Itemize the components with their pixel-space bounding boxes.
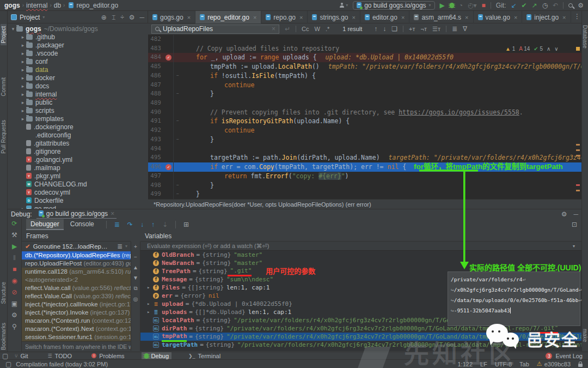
code-line[interactable]: 487continue bbox=[148, 81, 581, 90]
gutter[interactable] bbox=[161, 135, 173, 144]
stripe-item-bookmarks[interactable]: Bookmarks bbox=[1, 323, 7, 350]
next-occurrence-button[interactable]: ↓ bbox=[383, 26, 386, 32]
close-icon[interactable]: × bbox=[562, 14, 566, 21]
editor-tab[interactable]: repo_editor.go× bbox=[195, 11, 261, 23]
project-tree-item[interactable]: .editorconfig bbox=[8, 131, 148, 139]
lock-icon[interactable] bbox=[578, 364, 583, 367]
code-line[interactable]: 496✓if err = com.Copy(tmpPath, targetPat… bbox=[148, 162, 581, 172]
gutter[interactable] bbox=[161, 81, 173, 90]
project-tree-item[interactable]: ▸.vscode bbox=[8, 49, 148, 57]
editor-tab[interactable]: editor.go× bbox=[360, 11, 409, 23]
fold-marker[interactable]: − bbox=[173, 181, 182, 190]
line-number[interactable]: 488 bbox=[148, 89, 161, 99]
project-tree-item[interactable]: ▸internal bbox=[8, 90, 148, 98]
expand-icon[interactable]: ▸ bbox=[20, 83, 26, 89]
code-line[interactable]: 492continue bbox=[148, 126, 581, 135]
breadcrumb-item[interactable]: gogs bbox=[4, 2, 20, 9]
stripe-mark[interactable] bbox=[576, 144, 580, 146]
debug-button[interactable] bbox=[450, 3, 454, 8]
line-number[interactable]: 495 bbox=[148, 153, 161, 162]
project-tree-item[interactable]: ▸docs bbox=[8, 82, 148, 90]
project-tree-item[interactable]: ▸.packager bbox=[8, 41, 148, 49]
line-number[interactable]: 492 bbox=[148, 126, 161, 135]
search-everywhere-button[interactable] bbox=[568, 3, 573, 8]
code-line[interactable]: 486−if !osutil.IsFile(tmpPath) { bbox=[148, 71, 581, 81]
gutter[interactable]: ✓ bbox=[161, 162, 173, 172]
debug-session-tab[interactable]: go build gogs.io/gogs × bbox=[36, 209, 117, 219]
chevron-down-icon[interactable]: ▾ bbox=[42, 15, 45, 20]
collapse-icon[interactable]: ▾ bbox=[10, 26, 16, 32]
breakpoint-icon[interactable]: ✓ bbox=[166, 164, 171, 170]
project-tree-item[interactable]: ▸docker bbox=[8, 74, 148, 82]
step-over-button[interactable]: ↷ bbox=[127, 221, 133, 228]
pin-icon[interactable]: ⚲ bbox=[12, 323, 17, 330]
project-tree-item[interactable]: DDockerfile bbox=[8, 196, 148, 204]
project-tree-item[interactable]: Y.golangci.yml bbox=[8, 155, 148, 164]
close-icon[interactable]: × bbox=[352, 14, 355, 21]
line-number[interactable]: 483 bbox=[148, 44, 161, 53]
view-breakpoints-button[interactable]: ◉ bbox=[11, 277, 17, 284]
gutter[interactable] bbox=[161, 108, 173, 117]
debug-tab-console[interactable]: Console bbox=[66, 219, 99, 230]
expand-icon[interactable]: ▸ bbox=[20, 34, 26, 40]
rerun-button[interactable]: ⟳ bbox=[11, 220, 17, 227]
expand-icon[interactable]: ▸ bbox=[147, 283, 153, 292]
threads-view-icon[interactable]: ≣ bbox=[117, 243, 122, 250]
project-tree-item[interactable]: ▸.github bbox=[8, 33, 148, 41]
stack-frame[interactable]: repo.UploadFilePost (editor.go:493) gogs… bbox=[22, 260, 131, 268]
words-toggle[interactable]: W bbox=[315, 26, 320, 32]
line-number[interactable]: 498 bbox=[148, 181, 161, 190]
expand-icon[interactable]: ▸ bbox=[147, 308, 153, 316]
close-icon[interactable]: × bbox=[253, 14, 256, 21]
line-number[interactable]: 484 bbox=[148, 53, 161, 62]
line-number[interactable]: 496 bbox=[148, 162, 161, 172]
tool-window-button-terminal[interactable]: ❯_Terminal bbox=[186, 352, 223, 360]
line-number[interactable]: 497 bbox=[148, 172, 161, 181]
project-tree-item[interactable]: ▾gogs~/Downloads/gogs bbox=[8, 25, 148, 33]
gutter[interactable] bbox=[161, 117, 173, 126]
step-out-button[interactable]: ↑ bbox=[151, 221, 155, 228]
tool-window-button-problems[interactable]: !Problems bbox=[89, 352, 127, 360]
hide-debug-panel-icon[interactable]: ─ bbox=[573, 211, 578, 218]
run-config-select[interactable]: go build gogs.io/gogs ▾ bbox=[353, 1, 434, 10]
breadcrumb-item[interactable]: internal bbox=[26, 2, 47, 9]
evaluate-input[interactable]: Evaluate expression (⏎) or add a watch (… bbox=[140, 242, 581, 251]
close-icon[interactable]: × bbox=[514, 14, 517, 21]
project-tree-item[interactable]: ▸scripts bbox=[8, 106, 148, 114]
gutter[interactable] bbox=[161, 62, 173, 71]
stack-frame[interactable]: inject.(*injector).callInvoke (inject.go… bbox=[22, 300, 131, 309]
thread-selector[interactable]: ✔ Goroutine 152...loadRepoFiles ≣ ▾ bbox=[22, 242, 131, 251]
gutter[interactable] bbox=[161, 153, 173, 162]
coverage-button[interactable]: ◔ bbox=[459, 2, 463, 9]
debug-tab-debugger[interactable]: Debugger bbox=[26, 219, 64, 230]
editor-tab[interactable]: asm_arm64.s× bbox=[409, 11, 473, 23]
prev-occurrence-button[interactable]: ↑ bbox=[374, 26, 377, 32]
window-icon[interactable]: ▢ bbox=[5, 361, 11, 367]
event-log-button[interactable]: Event Log bbox=[555, 353, 583, 359]
tool-window-button-todo[interactable]: ☰TODO bbox=[45, 352, 75, 360]
close-icon[interactable]: × bbox=[187, 14, 191, 21]
stop-button[interactable]: ■ bbox=[482, 2, 486, 9]
stripe-item-make[interactable]: make bbox=[582, 329, 588, 342]
settings-button[interactable]: ⚙ bbox=[578, 2, 584, 9]
search-options-button[interactable]: ☰ᴛ bbox=[432, 26, 440, 33]
gutter[interactable]: ✓ bbox=[161, 53, 173, 62]
editor-tab[interactable]: strings.go× bbox=[308, 11, 360, 23]
chevron-down-icon[interactable]: ▾ bbox=[125, 244, 127, 249]
variable-row[interactable]: fOldBranch={string}"master" bbox=[140, 251, 581, 259]
next-issue-icon[interactable]: ∨ bbox=[554, 46, 558, 52]
code-line[interactable]: 485tmpPath := upload.LocalPath()tmpPath:… bbox=[148, 62, 581, 71]
status-message[interactable]: Compilation failed (today 3:02 PM) bbox=[16, 361, 108, 367]
stripe-item-structure[interactable]: Structure bbox=[1, 282, 7, 304]
stripe-mark[interactable] bbox=[576, 184, 580, 186]
close-icon[interactable]: × bbox=[401, 14, 405, 21]
fold-marker[interactable]: − bbox=[173, 117, 182, 126]
expand-icon[interactable]: ▸ bbox=[20, 92, 26, 97]
editor-tab[interactable]: value.go× bbox=[474, 11, 523, 23]
more-tabs-icon[interactable]: ⋮ bbox=[574, 13, 580, 20]
expand-icon[interactable]: ▸ bbox=[20, 51, 26, 56]
code-line[interactable]: 494 bbox=[148, 144, 581, 154]
expand-icon[interactable]: ▸ bbox=[20, 100, 26, 105]
stack-frame[interactable]: db.(*Repository).UploadRepoFiles (repo_e bbox=[22, 251, 131, 260]
chevron-down-icon[interactable]: ▾ bbox=[573, 244, 575, 249]
